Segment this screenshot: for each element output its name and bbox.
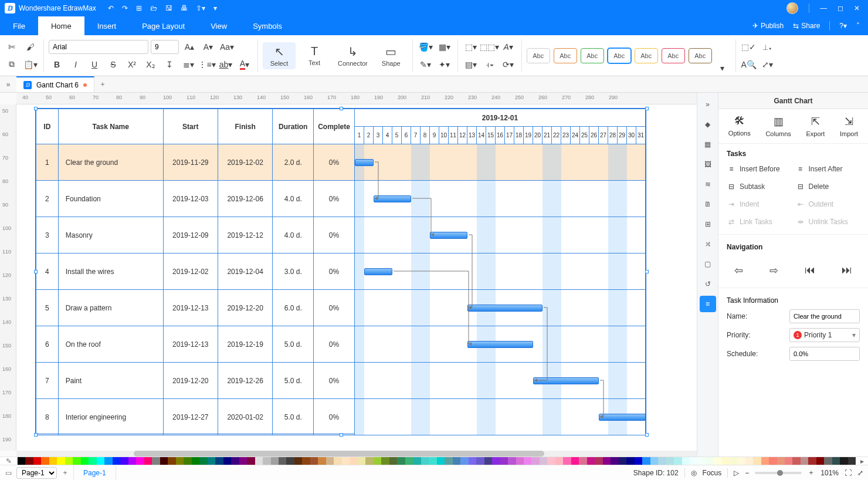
gantt-bar[interactable] [355,159,374,166]
style-gallery-more-icon[interactable]: ▾ [714,60,731,76]
color-swatch[interactable] [453,457,460,465]
color-swatch[interactable] [113,457,120,465]
italic-icon[interactable]: I [67,57,84,72]
color-swatch[interactable] [555,457,563,465]
color-swatch[interactable] [840,457,847,465]
superscript-icon[interactable]: X² [124,57,140,72]
cut-icon[interactable]: ✄ [4,39,20,55]
color-swatch[interactable] [160,457,168,465]
color-swatch[interactable] [18,457,25,465]
menu-tab-home[interactable]: Home [38,16,84,35]
arrange-front-icon[interactable]: ⬚▾ [463,39,479,55]
paste-icon[interactable]: 📋▾ [22,57,39,72]
color-swatch[interactable] [310,457,318,465]
change-case-icon[interactable]: Aa▾ [219,39,235,55]
user-avatar[interactable] [786,2,798,14]
color-swatch[interactable] [500,457,508,465]
color-swatch[interactable] [334,457,341,465]
subtask-button[interactable]: ⊟Subtask [727,180,791,193]
gantt-bar[interactable] [533,377,599,384]
color-swatch[interactable] [769,457,777,465]
style-swatch[interactable]: Abc [689,48,712,63]
history-icon[interactable]: ↺ [700,276,716,292]
color-swatch[interactable] [279,457,286,465]
delete-button[interactable]: ⊟Delete [796,180,860,193]
table-icon[interactable]: ⊞ [700,216,716,232]
color-swatch[interactable] [587,457,595,465]
print-icon[interactable]: 🖶 [181,4,188,12]
export-icon[interactable]: ⇪▾ [196,4,205,12]
color-swatch[interactable] [508,457,516,465]
gantt-row[interactable]: 6On the roof2019-12-132019-12-195.0 d.0% [36,326,646,363]
color-swatch[interactable] [658,457,666,465]
color-swatch[interactable] [437,457,445,465]
color-swatch[interactable] [792,457,800,465]
distribute-icon[interactable]: ⫞▾ [482,57,498,72]
color-swatch[interactable] [469,457,476,465]
color-swatch[interactable] [516,457,524,465]
color-swatch[interactable] [476,457,484,465]
color-swatch[interactable] [445,457,452,465]
focus-icon[interactable]: ◎ [691,469,697,477]
menu-tab-page-layout[interactable]: Page Layout [129,16,198,35]
color-swatch[interactable] [753,457,761,465]
color-swatch[interactable] [215,457,223,465]
fill-icon[interactable]: 🪣▾ [418,39,434,55]
page-select[interactable]: Page-1 [16,467,57,479]
color-swatch[interactable] [397,457,405,465]
nav-first-icon[interactable]: ⏮ [805,264,815,277]
new-icon[interactable]: ⊞ [136,4,142,12]
color-swatch[interactable] [674,457,681,465]
panel-export-button[interactable]: ⇱Export [806,115,825,137]
align-icon[interactable]: ▤▾ [463,57,479,72]
color-swatch[interactable] [563,457,571,465]
color-swatch[interactable] [698,457,706,465]
layers-icon[interactable]: ≋ [700,176,716,192]
gantt-bar[interactable] [364,268,392,275]
gantt-row[interactable]: 1Clear the ground2019-11-292019-12-022.0… [36,144,646,181]
side-collapse-icon[interactable]: » [700,96,716,113]
format-painter-icon[interactable]: 🖌 [22,39,39,55]
size-icon[interactable]: ⤢▾ [760,57,776,72]
color-swatch[interactable] [650,457,658,465]
font-size-select[interactable] [151,40,179,54]
color-swatch[interactable] [358,457,365,465]
gantt-bar[interactable] [599,414,646,421]
color-swatch[interactable] [184,457,191,465]
color-swatch[interactable] [832,457,840,465]
zoom-level[interactable]: 101% [820,469,839,477]
color-swatch[interactable] [635,457,642,465]
color-swatch[interactable] [785,457,792,465]
color-swatch[interactable] [429,457,436,465]
color-swatch[interactable] [271,457,279,465]
style-swatch[interactable]: Abc [554,48,577,63]
color-swatch[interactable] [89,457,96,465]
color-swatch[interactable] [231,457,239,465]
color-swatch[interactable] [777,457,785,465]
close-icon[interactable]: ✕ [854,4,860,12]
color-swatch[interactable] [706,457,713,465]
panel-columns-button[interactable]: ▥Columns [765,115,791,137]
gantt-bar[interactable] [467,305,542,312]
color-swatch[interactable] [239,457,247,465]
gantt-bar[interactable] [467,341,533,348]
color-swatch[interactable] [714,457,721,465]
page-list-icon[interactable]: ▭ [0,469,16,477]
text-tool[interactable]: TText [298,42,331,69]
gantt-bar[interactable] [430,232,467,239]
font-name-select[interactable] [49,40,148,54]
line-color-icon[interactable]: ✎▾ [418,57,434,72]
qat-more-icon[interactable]: ▾ [213,4,217,12]
nav-next-icon[interactable]: ⇨ [769,264,778,277]
color-swatch[interactable] [263,457,270,465]
gantt-panel-icon[interactable]: ≡ [700,296,716,312]
color-swatch[interactable] [745,457,753,465]
color-swatch[interactable] [619,457,626,465]
color-swatch[interactable] [421,457,429,465]
color-swatch[interactable] [223,457,231,465]
color-swatch[interactable] [49,457,57,465]
color-swatch[interactable] [626,457,634,465]
info-schedule-input[interactable] [789,347,860,361]
color-swatch[interactable] [808,457,816,465]
color-swatch[interactable] [642,457,650,465]
